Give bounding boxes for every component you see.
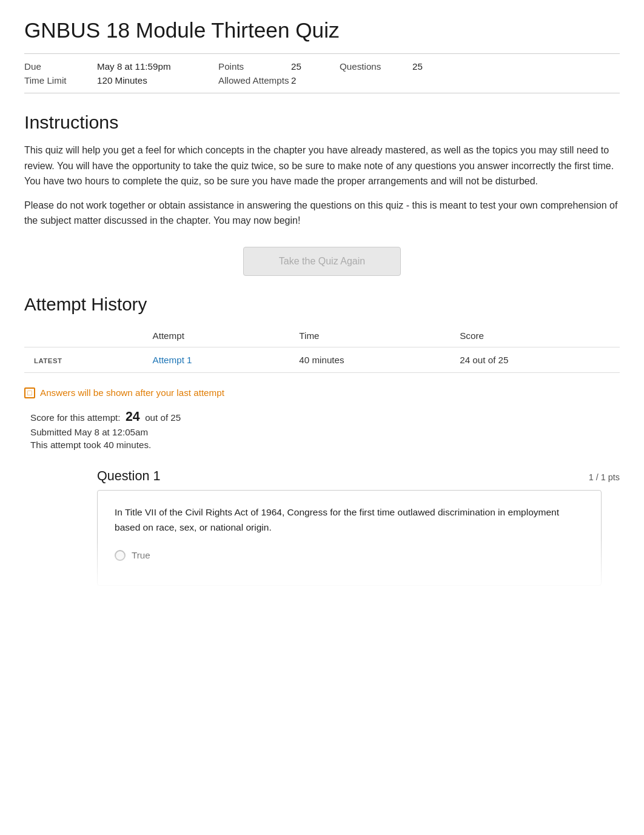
col-header-score: Score [450, 324, 620, 347]
meta-section: Due May 8 at 11:59pm Points 25 Questions… [24, 53, 620, 93]
table-row: LATEST Attempt 1 40 minutes 24 out of 25 [24, 347, 620, 372]
attempt-history-section: Attempt History Attempt Time Score LATES… [24, 294, 620, 373]
submitted-line: Submitted May 8 at 12:05am [30, 427, 620, 437]
attempt-history-heading: Attempt History [24, 294, 620, 315]
points-label: Points [218, 61, 291, 72]
time-limit-label: Time Limit [24, 75, 97, 86]
score-number: 24 [126, 409, 140, 424]
col-header-time: Time [289, 324, 450, 347]
question-title: Question 1 [97, 468, 160, 484]
attempt-history-table: Attempt Time Score LATEST Attempt 1 40 m… [24, 324, 620, 373]
col-header-attempt: Attempt [143, 324, 290, 347]
question-header: Question 1 1 / 1 pts [97, 462, 620, 490]
radio-button [115, 550, 126, 561]
take-quiz-button[interactable]: Take the Quiz Again [243, 247, 401, 276]
time-took-line: This attempt took 40 minutes. [30, 440, 620, 450]
instructions-paragraph1: This quiz will help you get a feel for w… [24, 143, 620, 189]
instructions-section: Instructions This quiz will help you get… [24, 112, 620, 229]
attempt-details: Score for this attempt: 24 out of 25 Sub… [24, 409, 620, 450]
score-for-attempt-label: Score for this attempt: [30, 412, 121, 423]
answers-notice: □ Answers will be shown after your last … [24, 385, 620, 401]
questions-label: Questions [340, 61, 412, 72]
due-label: Due [24, 61, 97, 72]
attempt-score: 24 out of 25 [450, 347, 620, 372]
instructions-heading: Instructions [24, 112, 620, 133]
questions-value: 25 [412, 61, 449, 72]
question-text: In Title VII of the Civil Rights Act of … [115, 505, 584, 535]
answer-label: True [132, 550, 150, 560]
notice-icon: □ [24, 387, 35, 398]
col-header-badge [24, 324, 143, 347]
page-title: GNBUS 18 Module Thirteen Quiz [24, 18, 620, 42]
question-box: In Title VII of the Civil Rights Act of … [97, 490, 602, 586]
question-section: Question 1 1 / 1 pts In Title VII of the… [24, 462, 620, 586]
latest-badge: LATEST [34, 357, 62, 364]
score-line: Score for this attempt: 24 out of 25 [30, 409, 620, 424]
allowed-attempts-label: Allowed Attempts [218, 75, 291, 86]
attempt-link[interactable]: Attempt 1 [153, 355, 192, 365]
points-value: 25 [291, 61, 340, 72]
meta-grid: Due May 8 at 11:59pm Points 25 Questions… [24, 61, 620, 86]
attempt-time: 40 minutes [289, 347, 450, 372]
score-out-of: out of 25 [145, 412, 181, 423]
answer-option: True [115, 550, 584, 561]
allowed-attempts-value: 2 [291, 75, 340, 86]
instructions-paragraph2: Please do not work together or obtain as… [24, 198, 620, 229]
time-limit-value: 120 Minutes [97, 75, 218, 86]
due-value: May 8 at 11:59pm [97, 61, 218, 72]
answers-notice-text: Answers will be shown after your last at… [40, 387, 224, 398]
question-pts: 1 / 1 pts [589, 472, 620, 482]
